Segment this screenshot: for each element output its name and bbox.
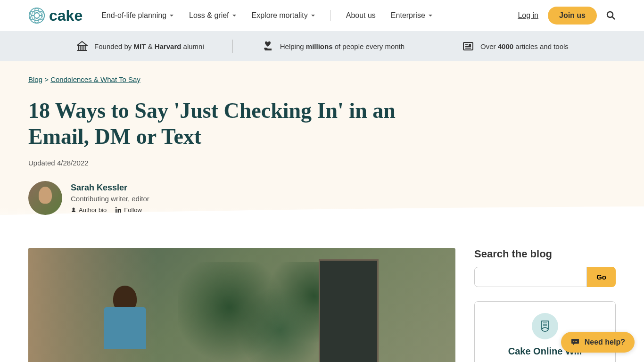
svg-point-7	[31, 16, 35, 20]
institution-icon	[75, 40, 89, 53]
trust-helping: Helping millions of people every month	[261, 40, 405, 53]
hero-section: Blog > Condolences & What To Say 18 Ways…	[0, 61, 644, 234]
help-label: Need help?	[585, 338, 625, 346]
svg-point-5	[39, 16, 43, 20]
caret-down-icon	[311, 13, 315, 18]
svg-point-4	[39, 11, 43, 16]
svg-point-8	[31, 11, 35, 16]
svg-point-2	[34, 13, 40, 18]
author-follow-label: Follow	[124, 206, 142, 214]
login-link[interactable]: Log in	[518, 11, 538, 20]
svg-point-18	[116, 207, 117, 208]
author-info: Sarah Kessler Contributing writer, edito…	[71, 183, 149, 214]
trust-divider	[232, 40, 233, 53]
svg-point-24	[576, 341, 577, 342]
caret-down-icon	[428, 13, 433, 18]
nav-label: Enterprise	[391, 11, 425, 20]
trust-articles: Over 4000 articles and tools	[462, 40, 569, 53]
svg-point-22	[573, 341, 574, 342]
author-role: Contributing writer, editor	[71, 195, 149, 203]
nav-eol-planning[interactable]: End-of-life planning	[101, 11, 174, 20]
author-bio-link[interactable]: Author bio	[71, 206, 107, 214]
trust-text: Founded by MIT & Harvard alumni	[94, 42, 204, 50]
header-left: cake End-of-life planning Loss & grief E…	[28, 7, 433, 25]
author-follow-link[interactable]: Follow	[115, 206, 142, 214]
header-right: Log in Join us	[518, 7, 616, 25]
chat-icon	[570, 337, 580, 347]
search-go-button[interactable]: Go	[587, 267, 616, 287]
hero-image	[28, 248, 455, 362]
nav-enterprise[interactable]: Enterprise	[391, 11, 433, 20]
trust-bar: Founded by MIT & Harvard alumni Helping …	[0, 31, 644, 61]
breadcrumb-category[interactable]: Condolences & What To Say	[50, 75, 140, 83]
main-header: cake End-of-life planning Loss & grief E…	[0, 0, 644, 31]
author-links: Author bio Follow	[71, 206, 149, 214]
nav-explore-mortality[interactable]: Explore mortality	[252, 11, 315, 20]
trust-divider	[433, 40, 433, 53]
nav-divider	[330, 10, 331, 21]
search-icon[interactable]	[606, 11, 616, 20]
nav-label: About us	[346, 11, 376, 20]
nav-label: Explore mortality	[252, 11, 308, 20]
caret-down-icon	[169, 13, 174, 18]
author-name: Sarah Kessler	[71, 183, 149, 193]
search-input[interactable]	[474, 267, 587, 287]
nav-about[interactable]: About us	[346, 11, 376, 20]
content-area: Search the blog Go Cake Online Will	[0, 234, 644, 362]
nav-loss-grief[interactable]: Loss & grief	[189, 11, 236, 20]
search-title: Search the blog	[474, 248, 616, 260]
author-avatar	[28, 181, 62, 215]
news-icon	[462, 40, 475, 53]
search-form: Go	[474, 267, 616, 287]
breadcrumb: Blog > Condolences & What To Say	[28, 75, 616, 83]
join-button[interactable]: Join us	[548, 7, 597, 25]
svg-point-9	[607, 12, 613, 17]
heart-hand-icon	[261, 40, 274, 53]
logo[interactable]: cake	[28, 7, 83, 25]
linkedin-icon	[115, 206, 122, 213]
nav-label: Loss & grief	[189, 11, 229, 20]
logo-text: cake	[49, 7, 83, 25]
trust-text: Helping millions of people every month	[280, 42, 405, 50]
document-icon	[532, 313, 558, 339]
page-title: 18 Ways to Say 'Just Checking In' in an …	[28, 98, 453, 149]
person-icon	[71, 207, 76, 213]
author-block: Sarah Kessler Contributing writer, edito…	[28, 181, 616, 215]
help-widget[interactable]: Need help?	[561, 332, 635, 353]
caret-down-icon	[232, 13, 237, 18]
author-bio-label: Author bio	[79, 206, 107, 214]
svg-rect-15	[469, 44, 471, 46]
svg-point-23	[575, 341, 576, 342]
breadcrumb-blog[interactable]: Blog	[28, 75, 42, 83]
nav-label: End-of-life planning	[101, 11, 166, 20]
svg-rect-17	[116, 209, 117, 213]
trust-founded: Founded by MIT & Harvard alumni	[75, 40, 204, 53]
main-column	[28, 248, 455, 362]
svg-point-16	[73, 208, 75, 210]
main-nav: End-of-life planning Loss & grief Explor…	[101, 10, 433, 21]
updated-date: Updated 4/28/2022	[28, 159, 616, 167]
svg-line-10	[612, 17, 615, 19]
logo-icon	[28, 7, 45, 24]
trust-text: Over 4000 articles and tools	[480, 42, 569, 50]
